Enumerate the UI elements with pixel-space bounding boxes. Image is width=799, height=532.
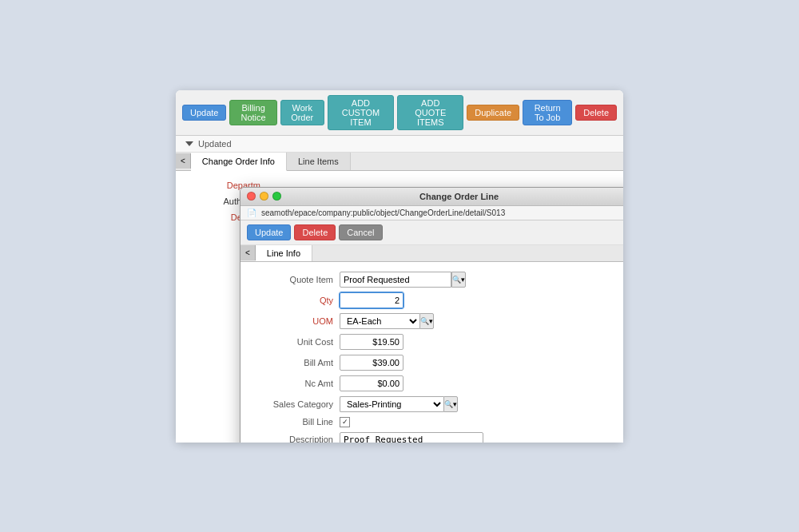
quote-item-input-group: 🔍▾: [340, 272, 466, 288]
sales-category-label: Sales Category: [253, 399, 333, 409]
nc-amt-label: Nc Amt: [253, 379, 333, 388]
bill-line-label: Bill Line: [253, 417, 333, 427]
tab-line-info[interactable]: Line Info: [256, 245, 312, 261]
nc-amt-input[interactable]: [340, 375, 403, 391]
sales-category-row: Sales Category Sales-Printing 🔍▾: [253, 396, 623, 412]
collapse-triangle-icon[interactable]: [185, 141, 193, 146]
bill-amt-row: Bill Amt: [253, 355, 623, 371]
bill-amt-input[interactable]: [340, 355, 403, 371]
dialog-toolbar: Update Delete Cancel: [240, 220, 623, 245]
nc-amt-row: Nc Amt: [253, 375, 623, 391]
main-toolbar: Update Billing Notice Work Order ADD CUS…: [176, 90, 623, 136]
maximize-traffic-light[interactable]: [272, 192, 281, 200]
dialog-collapse-button[interactable]: <: [240, 245, 256, 260]
bill-amt-label: Bill Amt: [253, 358, 333, 367]
uom-select-group: EA-Each 🔍▾: [340, 313, 434, 329]
close-traffic-light[interactable]: [247, 192, 256, 200]
traffic-lights: [247, 192, 281, 200]
quote-item-search-button[interactable]: 🔍▾: [451, 272, 466, 288]
updated-bar: Updated: [176, 136, 623, 153]
uom-label: UOM: [253, 316, 333, 326]
main-tabs: < Change Order Info Line Items: [176, 153, 623, 171]
dialog-delete-button[interactable]: Delete: [294, 224, 336, 240]
billing-notice-button[interactable]: Billing Notice: [229, 100, 276, 125]
delete-button[interactable]: Delete: [575, 105, 617, 121]
dialog-cancel-button[interactable]: Cancel: [339, 224, 382, 240]
quote-item-row: Quote Item 🔍▾: [253, 272, 623, 288]
quote-item-label: Quote Item: [253, 275, 333, 284]
url-text: seamoth/epace/company:public/object/Chan…: [261, 208, 505, 217]
qty-label: Qty: [253, 296, 333, 305]
url-bar: 📄 seamoth/epace/company:public/object/Ch…: [240, 206, 623, 220]
dialog-form: Quote Item 🔍▾ Qty UOM EA-Ea: [240, 262, 623, 443]
qty-input[interactable]: [340, 292, 403, 308]
document-icon: 📄: [247, 208, 256, 217]
add-custom-item-button[interactable]: ADD CUSTOM ITEM: [328, 95, 395, 130]
unit-cost-input[interactable]: [340, 334, 403, 350]
dialog-titlebar: Change Order Line: [240, 188, 623, 206]
dialog-update-button[interactable]: Update: [247, 224, 291, 240]
dialog-tabs: < Line Info: [240, 245, 623, 262]
tab-line-items[interactable]: Line Items: [287, 153, 351, 170]
content-area: Departm Authorize Descrip Change Order L…: [176, 171, 623, 443]
bill-line-row: Bill Line ✓: [253, 417, 623, 427]
uom-row: UOM EA-Each 🔍▾: [253, 313, 623, 329]
collapse-button[interactable]: <: [176, 153, 191, 169]
description-label: Description: [253, 435, 333, 443]
description-textarea[interactable]: Proof Requested: [340, 432, 483, 443]
work-order-button[interactable]: Work Order: [280, 100, 324, 125]
sales-category-search-button[interactable]: 🔍▾: [443, 396, 458, 412]
dialog-window: Change Order Line 📄 seamoth/epace/compan…: [240, 187, 623, 443]
updated-label: Updated: [198, 139, 232, 149]
sales-category-select-group: Sales-Printing 🔍▾: [340, 396, 458, 412]
tab-change-order-info[interactable]: Change Order Info: [191, 153, 287, 171]
uom-search-button[interactable]: 🔍▾: [419, 313, 434, 329]
unit-cost-label: Unit Cost: [253, 337, 333, 347]
quote-item-input[interactable]: [340, 272, 451, 288]
update-button[interactable]: Update: [182, 105, 226, 121]
main-window: Update Billing Notice Work Order ADD CUS…: [176, 90, 623, 443]
bill-line-checkbox[interactable]: ✓: [340, 417, 350, 427]
sales-category-select[interactable]: Sales-Printing: [340, 396, 443, 412]
description-row: Description Proof Requested: [253, 432, 623, 443]
unit-cost-row: Unit Cost: [253, 334, 623, 350]
dialog-title: Change Order Line: [286, 192, 623, 201]
duplicate-button[interactable]: Duplicate: [467, 105, 519, 121]
minimize-traffic-light[interactable]: [260, 192, 268, 200]
add-quote-items-button[interactable]: ADD QUOTE ITEMS: [397, 95, 463, 130]
qty-row: Qty: [253, 292, 623, 308]
uom-select[interactable]: EA-Each: [340, 313, 419, 329]
return-to-job-button[interactable]: Return To Job: [523, 100, 572, 125]
